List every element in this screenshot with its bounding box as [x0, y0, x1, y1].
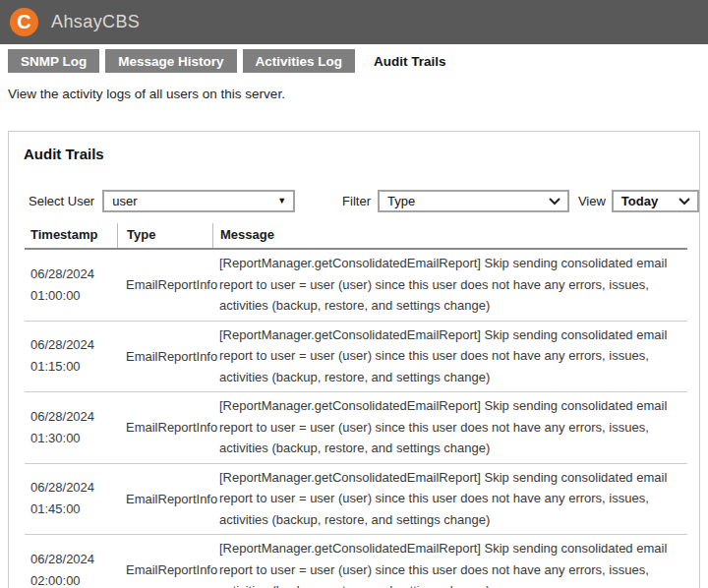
timestamp-date: 06/28/2024 [30, 264, 117, 285]
message-cell: [ReportManager.getConsolidatedEmailRepor… [212, 250, 687, 321]
timestamp-time: 01:30:00 [30, 428, 117, 449]
type-cell: EmailReportInfo [117, 562, 212, 577]
filter-label: Filter [342, 194, 371, 208]
message-cell: [ReportManager.getConsolidatedEmailRepor… [212, 322, 687, 392]
app-header: C AhsayCBS [0, 0, 708, 44]
tab-audit-trails[interactable]: Audit Trails [361, 49, 459, 73]
tab-message-history[interactable]: Message History [105, 49, 236, 73]
timestamp-time: 02:00:00 [30, 570, 117, 588]
select-user-value: user [112, 194, 137, 208]
logo-letter: C [17, 12, 30, 31]
message-cell: [ReportManager.getConsolidatedEmailRepor… [212, 464, 687, 535]
message-cell: [ReportManager.getConsolidatedEmailRepor… [212, 535, 687, 588]
table-header-row: Timestamp Type Message [25, 223, 687, 250]
message-cell: [ReportManager.getConsolidatedEmailRepor… [212, 392, 687, 463]
timestamp-date: 06/28/2024 [30, 477, 117, 499]
chevron-down-icon [678, 198, 690, 206]
type-cell: EmailReportInfo [117, 492, 212, 506]
table-row: 06/28/202402:00:00EmailReportInfo[Report… [25, 535, 687, 588]
panel-title: Audit Trails [24, 146, 699, 162]
tab-activities-log[interactable]: Activities Log [243, 49, 356, 73]
timestamp-time: 01:00:00 [30, 285, 117, 307]
timestamp-date: 06/28/2024 [30, 334, 117, 356]
filter-controls: Select User user ▼ Filter Type View Toda… [9, 190, 699, 212]
filter-dropdown[interactable]: Type [378, 190, 569, 212]
brand-title: AhsayCBS [51, 12, 140, 32]
column-header-timestamp: Timestamp [25, 223, 117, 248]
table-row: 06/28/202401:30:00EmailReportInfo[Report… [25, 392, 687, 464]
view-value: Today [621, 194, 658, 208]
column-header-type: Type [117, 223, 212, 248]
ahsay-logo-icon: C [10, 8, 38, 36]
select-user-label: Select User [29, 194, 94, 208]
view-dropdown[interactable]: Today [612, 190, 699, 212]
audit-trails-panel: Audit Trails Select User user ▼ Filter T… [8, 131, 700, 588]
audit-log-table: Timestamp Type Message 06/28/202401:00:0… [25, 223, 687, 588]
timestamp-cell: 06/28/202401:30:00 [25, 406, 117, 449]
timestamp-cell: 06/28/202401:00:00 [25, 264, 117, 307]
timestamp-date: 06/28/2024 [30, 549, 117, 570]
timestamp-cell: 06/28/202401:15:00 [25, 334, 117, 378]
tab-label: Audit Trails [374, 54, 446, 69]
timestamp-time: 01:45:00 [30, 499, 117, 520]
table-row: 06/28/202401:45:00EmailReportInfo[Report… [25, 464, 687, 536]
audit-table-body: 06/28/202401:00:00EmailReportInfo[Report… [25, 250, 687, 588]
type-cell: EmailReportInfo [117, 349, 212, 364]
tab-label: SNMP Log [21, 54, 87, 69]
timestamp-time: 01:15:00 [30, 356, 117, 378]
tab-label: Activities Log [256, 54, 343, 69]
tab-snmp-log[interactable]: SNMP Log [8, 49, 99, 73]
filter-value: Type [387, 194, 415, 208]
tab-bar: SNMP LogMessage HistoryActivities LogAud… [8, 49, 708, 73]
dropdown-triangle-icon: ▼ [277, 197, 286, 206]
timestamp-date: 06/28/2024 [30, 406, 117, 428]
view-label: View [578, 194, 606, 208]
table-row: 06/28/202401:00:00EmailReportInfo[Report… [25, 250, 687, 322]
type-cell: EmailReportInfo [117, 420, 212, 435]
select-user-dropdown[interactable]: user ▼ [102, 190, 295, 212]
page-description: View the activity logs of all users on t… [8, 87, 708, 101]
column-header-message: Message [212, 223, 687, 248]
timestamp-cell: 06/28/202401:45:00 [25, 477, 117, 520]
tab-label: Message History [118, 54, 223, 69]
chevron-down-icon [549, 198, 560, 206]
timestamp-cell: 06/28/202402:00:00 [25, 549, 117, 588]
type-cell: EmailReportInfo [117, 277, 212, 292]
table-row: 06/28/202401:15:00EmailReportInfo[Report… [25, 322, 687, 393]
